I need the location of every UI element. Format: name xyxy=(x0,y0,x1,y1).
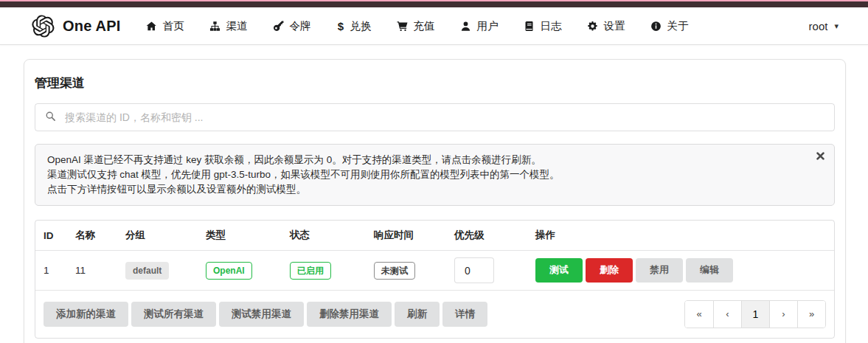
pagination-page-1[interactable]: 1 xyxy=(741,301,769,328)
channels-card: 管理渠道 OpenAI 渠道已经不再支持通过 key 获取余额，因此余额显示为 … xyxy=(24,59,846,343)
notice-box: OpenAI 渠道已经不再支持通过 key 获取余额，因此余额显示为 0。对于支… xyxy=(35,144,835,206)
table-row: 1 11 default OpenAI 已启用 未测试 测试 删除 禁用 编辑 xyxy=(35,251,834,291)
user-icon xyxy=(460,21,471,32)
user-menu[interactable]: root ▾ xyxy=(809,20,839,32)
openai-logo-icon xyxy=(32,15,55,38)
edit-button[interactable]: 编辑 xyxy=(686,258,733,283)
sitemap-icon xyxy=(209,21,221,32)
cell-name: 11 xyxy=(67,251,117,291)
close-icon[interactable] xyxy=(816,152,824,160)
notice-line: 点击下方详情按钮可以显示余额以及设置额外的测试模型。 xyxy=(47,182,802,197)
status-badge: 已启用 xyxy=(290,262,331,280)
dollar-icon: $ xyxy=(336,21,344,32)
delete-button[interactable]: 删除 xyxy=(586,258,633,283)
nav-item-about[interactable]: 关于 xyxy=(650,19,688,33)
key-icon xyxy=(273,21,284,32)
table-header-row: ID 名称 分组 类型 状态 响应时间 优先级 操作 xyxy=(35,221,834,251)
nav-item-logs[interactable]: 日志 xyxy=(524,19,561,33)
nav-item-label: 首页 xyxy=(162,19,184,33)
type-badge: OpenAI xyxy=(206,262,252,280)
nav-item-topup[interactable]: 充值 xyxy=(397,19,434,33)
group-badge: default xyxy=(125,262,169,280)
col-header-id[interactable]: ID xyxy=(35,221,67,251)
pagination-prev[interactable]: ‹ xyxy=(713,301,741,328)
col-header-actions: 操作 xyxy=(527,221,834,251)
response-time-badge[interactable]: 未测试 xyxy=(374,262,415,280)
user-menu-label: root xyxy=(809,20,828,32)
priority-input[interactable] xyxy=(454,257,494,283)
col-header-name[interactable]: 名称 xyxy=(67,221,117,251)
cart-icon xyxy=(397,21,408,32)
notice-line: OpenAI 渠道已经不再支持通过 key 获取余额，因此余额显示为 0。对于支… xyxy=(47,153,802,167)
nav-item-home[interactable]: 首页 xyxy=(146,19,184,33)
col-header-type[interactable]: 类型 xyxy=(198,221,282,251)
nav-item-redeem[interactable]: $ 兑换 xyxy=(336,19,371,33)
nav-item-label: 日志 xyxy=(540,19,561,33)
delete-disabled-channels-button[interactable]: 删除禁用渠道 xyxy=(307,302,392,327)
nav-item-label: 充值 xyxy=(413,19,434,33)
book-icon xyxy=(524,21,535,32)
nav-item-users[interactable]: 用户 xyxy=(460,19,498,33)
main-nav: 首页 渠道 令牌 $ 兑换 充值 用户 日志 设置 xyxy=(146,19,688,33)
nav-item-tokens[interactable]: 令牌 xyxy=(273,19,310,33)
top-dark-strip xyxy=(0,1,868,7)
search-box xyxy=(35,103,835,131)
row-actions: 测试 删除 禁用 编辑 xyxy=(535,258,826,283)
pagination: « ‹ 1 › » xyxy=(684,300,826,328)
cell-id: 1 xyxy=(35,251,67,291)
col-header-response-time[interactable]: 响应时间 xyxy=(366,221,446,251)
col-header-group[interactable]: 分组 xyxy=(117,221,198,251)
home-icon xyxy=(146,21,157,32)
search-icon xyxy=(45,111,56,125)
pagination-last[interactable]: » xyxy=(797,301,825,328)
add-channel-button[interactable]: 添加新的渠道 xyxy=(44,302,128,327)
test-button[interactable]: 测试 xyxy=(535,258,583,283)
col-header-priority[interactable]: 优先级 xyxy=(446,221,527,251)
test-disabled-channels-button[interactable]: 测试禁用渠道 xyxy=(219,302,304,327)
pagination-next[interactable]: › xyxy=(769,301,797,328)
disable-button[interactable]: 禁用 xyxy=(636,258,683,283)
nav-item-channels[interactable]: 渠道 xyxy=(209,19,247,33)
page-title: 管理渠道 xyxy=(35,75,835,91)
pagination-first[interactable]: « xyxy=(685,301,713,328)
details-button[interactable]: 详情 xyxy=(442,302,487,327)
table-footer: 添加新的渠道 测试所有渠道 测试禁用渠道 删除禁用渠道 刷新 详情 « ‹ 1 … xyxy=(35,290,834,338)
chevron-down-icon: ▾ xyxy=(834,22,839,30)
nav-item-label: 用户 xyxy=(476,19,498,33)
info-icon xyxy=(650,21,662,32)
nav-item-settings[interactable]: 设置 xyxy=(587,19,625,33)
notice-line: 渠道测试仅支持 chat 模型，优先使用 gpt-3.5-turbo，如果该模型… xyxy=(47,167,802,182)
nav-item-label: 令牌 xyxy=(289,19,310,33)
navbar: One API 首页 渠道 令牌 $ 兑换 充值 用户 日志 xyxy=(0,7,868,45)
nav-item-label: 兑换 xyxy=(350,19,371,33)
nav-item-label: 渠道 xyxy=(226,19,247,33)
brand-name: One API xyxy=(63,18,120,35)
test-all-channels-button[interactable]: 测试所有渠道 xyxy=(131,302,216,327)
gear-icon xyxy=(587,21,598,32)
brand[interactable]: One API xyxy=(32,15,120,38)
refresh-button[interactable]: 刷新 xyxy=(395,302,440,327)
nav-item-label: 关于 xyxy=(667,19,688,33)
col-header-status[interactable]: 状态 xyxy=(282,221,366,251)
search-input[interactable] xyxy=(56,104,834,131)
nav-item-label: 设置 xyxy=(603,19,625,33)
channels-table: ID 名称 分组 类型 状态 响应时间 优先级 操作 1 11 default … xyxy=(35,220,835,339)
